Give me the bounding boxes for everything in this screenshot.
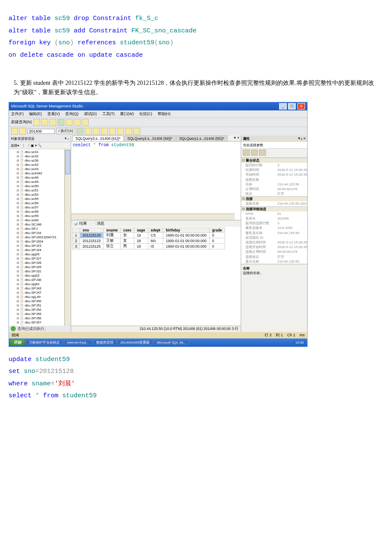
property-row[interactable]: 服务器版本10.0.1600 [241,225,307,230]
toolbar-icon[interactable] [125,128,132,135]
toolbar-icon[interactable] [33,119,40,126]
property-row[interactable]: 服务器名称210.44.125.50 [241,231,307,235]
toolbar-icon[interactable] [49,119,56,126]
col-grade[interactable]: grade [209,228,225,232]
tree-node[interactable]: dbo.SPJ57 [17,321,71,325]
tree-node[interactable]: dbo.sc4342 [17,171,71,176]
property-row[interactable]: 占用时间00:00:00.078 [241,187,307,191]
tab-close-icon[interactable]: ▾ × [234,136,239,141]
tree-node[interactable]: dbo.sc50 [17,184,71,188]
menu-tools[interactable]: 工具(T) [102,112,115,116]
tree-node[interactable]: dbo.sc36 [17,159,71,163]
col-sname[interactable]: sname [104,228,121,232]
menu-community[interactable]: 社区(C) [139,112,153,116]
property-row[interactable]: 显示名称210.44.125.50 [241,259,307,264]
object-explorer-toolbar[interactable]: 连接▾ 📑 📑 ▣ ▾ 🔍 [9,142,71,149]
tree-node[interactable]: dbo.SPJ2013204721 [17,235,71,240]
save-all-icon[interactable] [74,119,81,126]
property-section[interactable]: 连接详细信息 [241,206,307,211]
tree-node[interactable]: dbo.sc42 [17,163,71,167]
tree-node[interactable]: dbo.sc58 [17,210,71,214]
property-section[interactable]: 聚合状态 [241,158,307,163]
results-grid[interactable]: sno sname csex sage sdept birthday grade… [71,227,241,326]
property-row[interactable]: 登录名201406 [241,216,307,221]
tree-node[interactable]: dbo.SPJ24 [17,248,71,252]
properties-grid[interactable]: 聚合状态返回的行数3结束时间2016-5-12 15:30:35开始时间2016… [241,158,307,264]
toolbar-icon[interactable] [133,128,140,135]
tree-node[interactable]: dbo.sc57 [17,205,71,210]
col-csex[interactable]: csex [121,228,134,232]
categorized-icon[interactable] [243,150,250,156]
tree-node[interactable]: dbo.sc60 [17,218,71,223]
panel-pin-icon[interactable]: ▾ ₓ × [298,136,306,141]
tree-node[interactable]: dbo.sc55 [17,197,71,201]
property-row[interactable]: 连接状态打开 [241,254,307,259]
menu-window[interactable]: 窗口(W) [120,112,134,116]
taskbar-item[interactable]: Microsoft SQL Se... [154,340,189,345]
editor-tab[interactable]: SQLQuery3.s...01406 (61))* [72,136,124,141]
debug-icon[interactable] [77,128,84,135]
property-section[interactable]: 连接 [241,196,307,201]
close-button[interactable]: X [297,103,305,110]
editor-tab[interactable]: SQLQuery1.s...01406 (55))* [176,136,228,141]
property-row[interactable]: 连接占用时间00:00:00.078 [241,249,307,254]
messages-tab[interactable]: 📄 消息 [91,221,105,226]
editor-scrollbar[interactable] [71,214,235,220]
taskbar-item[interactable]: 数据库原理 [93,340,116,345]
col-sdept[interactable]: sdept [148,228,163,232]
col-sno[interactable]: sno [80,228,104,232]
window-titlebar[interactable]: Microsoft SQL Server Management Studio _… [9,102,307,110]
toolbar-icon[interactable] [101,128,108,135]
tree-node[interactable]: dbo.SPJ43 [17,286,71,291]
tree-node[interactable]: dbo.SPJ58 [17,325,71,326]
tree-node[interactable]: dbo.SPJ52 [17,308,71,312]
toolbar-icon[interactable] [41,119,48,126]
property-row[interactable]: 连接失败 [241,177,307,182]
col-sage[interactable]: sage [134,228,148,232]
system-tray[interactable]: 15:30 [293,341,306,344]
menu-debug[interactable]: 调试(D) [84,112,97,116]
tree-node[interactable]: dbo.spj32 [17,274,71,278]
toolbar-icon[interactable] [11,128,18,135]
tree-node[interactable]: dbo.sc46 [17,176,71,180]
tree-node[interactable]: dbo.SPJ [17,227,71,231]
menu-view[interactable]: 查看(V) [47,112,60,116]
col-rownum[interactable] [72,228,80,232]
tree-node[interactable]: dbo.SPJ56 [17,316,71,321]
toolbar-icon[interactable] [82,119,89,126]
tree-node[interactable]: dbo.SPJ47 [17,291,71,295]
taskbar-item[interactable]: 万能保护手当前状态 [26,340,63,345]
tree-node[interactable]: dbo.spj26 [17,252,71,257]
col-birthday[interactable]: birthday [163,228,209,232]
toolbar-icon[interactable] [117,128,124,135]
property-row[interactable]: 开始时间2016-5-12 15:30:35 [241,172,307,177]
tree-node[interactable]: dbo.SPJ27 [17,257,71,261]
database-select[interactable]: 201406 [27,129,55,134]
tree-node[interactable]: dbo.sc52 [17,193,71,197]
minimize-button[interactable]: _ [279,103,287,110]
open-icon[interactable] [58,119,64,126]
property-row[interactable]: 连接开始时间2016-5-12 15:30:35 [241,245,307,249]
execute-button[interactable]: ! 执行(X) [56,128,75,134]
taskbar-item[interactable]: Internet Expl... [64,340,92,345]
tree-node[interactable]: dbo.sc49 [17,180,71,184]
menu-help[interactable]: 帮助(H) [158,112,171,116]
property-row[interactable]: 连接名称210.44.125.50 (201 [241,201,307,206]
property-row[interactable]: 会话跟踪 ID [241,235,307,240]
tree-node[interactable]: dbo.SPJ36 [17,278,71,282]
tree-node[interactable]: dbo.sc51 [17,188,71,193]
tree-scrollbar[interactable] [64,149,71,326]
tree-node[interactable]: dbo.spj42 [17,282,71,286]
properties-icon[interactable] [259,150,266,156]
properties-subtitle[interactable]: 当前连接参数 [241,142,307,148]
menu-edit[interactable]: 编辑(E) [29,112,42,116]
sql-editor[interactable]: ⊟select * from student59 [71,142,241,220]
tree-node[interactable]: dbo.sc56 [17,201,71,205]
property-row[interactable]: 结束时间2016-5-12 15:30:35 [241,168,307,172]
maximize-button[interactable]: □ [288,103,296,110]
menu-query[interactable]: 查询(Q) [65,112,78,116]
results-tab[interactable]: 📊 结果 [73,221,87,226]
save-icon[interactable] [66,119,72,126]
tree-node[interactable]: dbo.sc59 [17,214,71,218]
property-row[interactable]: 返回的行数3 [241,163,307,168]
